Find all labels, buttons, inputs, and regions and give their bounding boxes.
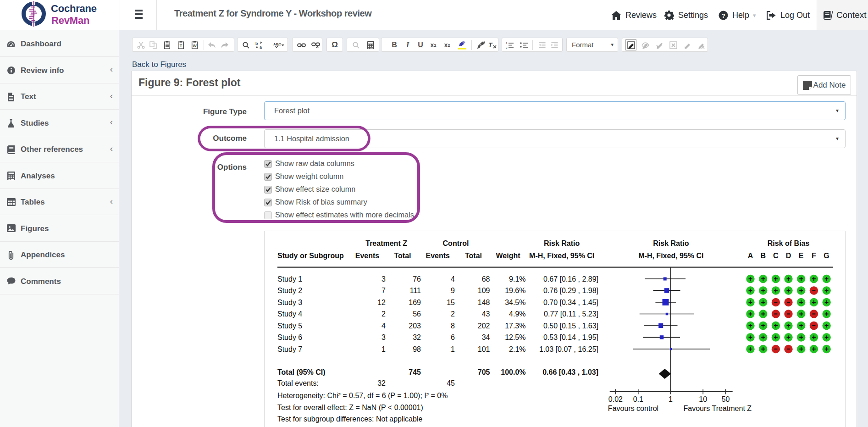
svg-text:Control: Control [443, 239, 469, 247]
svg-text:12: 12 [377, 299, 386, 306]
svg-text:1.03 [0.07 , 16.25]: 1.03 [0.07 , 16.25] [539, 345, 598, 353]
svg-text:19.6%: 19.6% [505, 287, 525, 294]
svg-text:1: 1 [669, 395, 673, 403]
svg-text:Study 5: Study 5 [277, 322, 302, 330]
svg-text:0.77 [0.11 , 5.23]: 0.77 [0.11 , 5.23] [544, 310, 598, 318]
svg-text:76: 76 [413, 275, 421, 283]
svg-text:0.70 [0.34 , 1.45]: 0.70 [0.34 , 1.45] [543, 299, 598, 306]
svg-text:0.53 [0.14 , 1.95]: 0.53 [0.14 , 1.95] [543, 333, 598, 341]
svg-text:12.5%: 12.5% [505, 333, 525, 341]
svg-text:Heterogeneity: Chi² = 0.57, df: Heterogeneity: Chi² = 0.57, df = 6 (P = … [277, 392, 448, 399]
svg-text:ABC: ABC [273, 42, 281, 46]
svg-text:Total: Total [465, 252, 482, 260]
svg-text:169: 169 [409, 299, 421, 306]
svg-text:56: 56 [413, 310, 421, 318]
svg-text:0.66 [0.43 , 1.03]: 0.66 [0.43 , 1.03] [542, 368, 598, 376]
svg-text:Study or Subgroup: Study or Subgroup [277, 252, 344, 260]
svg-text:0.02: 0.02 [608, 395, 623, 403]
svg-text:148: 148 [478, 299, 490, 306]
svg-text:2: 2 [381, 310, 386, 318]
svg-text:Risk Ratio: Risk Ratio [653, 239, 689, 247]
svg-text:34.5%: 34.5% [505, 299, 525, 306]
svg-text:3: 3 [381, 333, 386, 341]
svg-text:T: T [179, 44, 182, 48]
svg-text:Weight: Weight [496, 252, 520, 260]
svg-text:M-H, Fixed, 95% CI: M-H, Fixed, 95% CI [529, 252, 594, 260]
svg-text:4.9%: 4.9% [509, 310, 525, 318]
svg-text:1: 1 [381, 345, 386, 353]
svg-text:9.1%: 9.1% [509, 275, 525, 283]
svg-text:Study 1: Study 1 [277, 275, 302, 283]
svg-text:6: 6 [451, 333, 455, 341]
svg-text:Treatment Z: Treatment Z [365, 239, 407, 247]
svg-text:Risk Ratio: Risk Ratio [544, 239, 580, 247]
svg-text:E: E [799, 252, 804, 260]
svg-text:50: 50 [722, 395, 730, 403]
svg-text:A: A [748, 252, 753, 260]
svg-text:2: 2 [451, 310, 455, 318]
svg-text:T: T [488, 41, 493, 49]
svg-text:Study 7: Study 7 [277, 345, 302, 353]
svg-text:101: 101 [478, 345, 490, 353]
svg-text:1: 1 [451, 345, 455, 353]
svg-text:4: 4 [381, 322, 386, 330]
svg-text:b: b [255, 41, 258, 46]
svg-text:34: 34 [482, 333, 490, 341]
svg-text:M-H, Fixed, 95% CI: M-H, Fixed, 95% CI [638, 252, 703, 260]
svg-text:Favours control: Favours control [608, 405, 658, 412]
svg-text:0.76 [0.29 , 1.98]: 0.76 [0.29 , 1.98] [543, 287, 598, 294]
svg-text:202: 202 [478, 322, 490, 330]
svg-text:203: 203 [409, 322, 421, 330]
svg-text:9: 9 [451, 287, 455, 294]
svg-text:705: 705 [478, 368, 490, 376]
svg-text:Risk of Bias: Risk of Bias [768, 239, 810, 247]
svg-text:Events: Events [426, 252, 450, 260]
svg-text:Events: Events [355, 252, 380, 260]
svg-text:2: 2 [506, 46, 508, 49]
svg-text:3: 3 [381, 275, 386, 283]
svg-text:Total: Total [394, 252, 411, 260]
svg-text:1: 1 [506, 42, 508, 44]
svg-text:Study 6: Study 6 [277, 333, 302, 341]
svg-text:Study 3: Study 3 [277, 299, 302, 306]
svg-text:W: W [193, 44, 197, 48]
svg-text:G: G [824, 252, 829, 260]
svg-text:a: a [260, 45, 262, 49]
svg-text:745: 745 [409, 368, 421, 376]
svg-text:?: ? [721, 12, 725, 19]
svg-text:Favours Treatment Z: Favours Treatment Z [684, 405, 752, 412]
svg-text:98: 98 [413, 345, 421, 353]
svg-text:45: 45 [447, 379, 455, 387]
svg-text:Test for subgroup differences:: Test for subgroup differences: Not appli… [277, 415, 422, 423]
svg-text:32: 32 [413, 333, 421, 341]
svg-text:7: 7 [381, 287, 386, 294]
svg-text:B: B [760, 252, 766, 260]
svg-text:Total (95% CI): Total (95% CI) [277, 368, 326, 376]
svg-text:0.1: 0.1 [633, 395, 643, 403]
svg-text:C: C [773, 252, 779, 260]
svg-text:100.0%: 100.0% [501, 368, 525, 376]
svg-text:8: 8 [451, 322, 455, 330]
svg-text:68: 68 [482, 275, 490, 283]
svg-text:4: 4 [451, 275, 455, 283]
svg-text:109: 109 [478, 287, 490, 294]
svg-text:17.3%: 17.3% [505, 322, 525, 330]
svg-text:Total events:: Total events: [277, 379, 319, 387]
svg-text:111: 111 [410, 287, 421, 294]
svg-text:43: 43 [482, 310, 490, 318]
svg-text:32: 32 [377, 379, 386, 387]
svg-text:Study 2: Study 2 [277, 287, 302, 294]
svg-text:F: F [812, 252, 816, 260]
svg-text:0.67 [0.16 , 2.89]: 0.67 [0.16 , 2.89] [543, 275, 598, 283]
svg-text:D: D [786, 252, 791, 260]
svg-text:Study 4: Study 4 [277, 310, 302, 318]
svg-text:15: 15 [447, 299, 455, 306]
svg-text:0.50 [0.15 , 1.63]: 0.50 [0.15 , 1.63] [543, 322, 598, 330]
svg-text:10: 10 [699, 395, 707, 403]
svg-text:Test for overall effect: Z = N: Test for overall effect: Z = NaN (P < 0.… [277, 404, 423, 411]
svg-text:2.1%: 2.1% [509, 345, 525, 353]
